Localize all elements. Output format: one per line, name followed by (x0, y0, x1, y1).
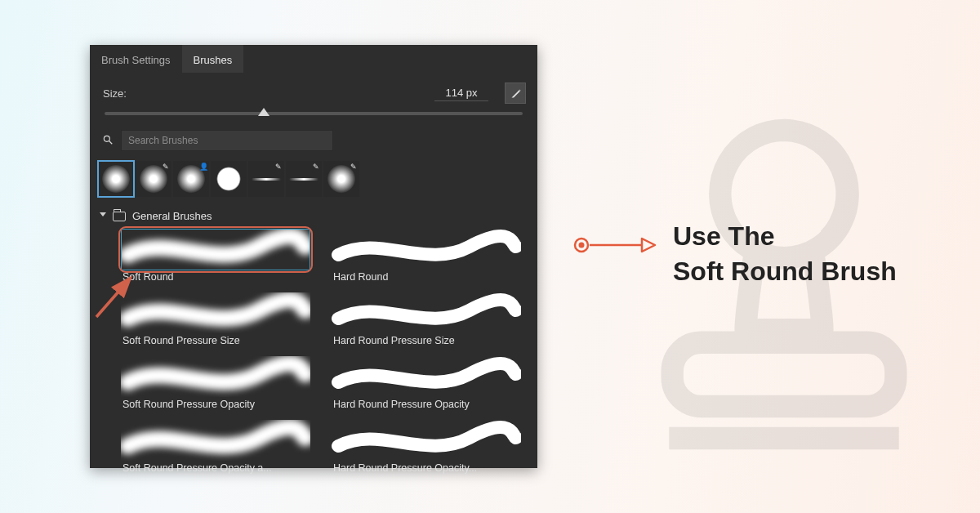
brush-label: Soft Round Pressure Opacity (121, 397, 310, 415)
search-row (90, 123, 537, 158)
search-icon[interactable] (101, 134, 114, 148)
size-row: Size: 114 px (90, 73, 537, 107)
brush-stroke-preview (332, 356, 521, 397)
brush-item[interactable]: Soft Round Pressure Size (121, 292, 310, 351)
pencil-badge-icon: ✎ (274, 162, 283, 172)
soft-round-pencil-thumb[interactable]: ✎ (136, 161, 172, 197)
tab-brushes[interactable]: Brushes (182, 45, 244, 73)
brush-item[interactable]: Soft Round Pressure Opacity (121, 356, 310, 415)
svg-point-2 (104, 136, 109, 141)
brush-item[interactable]: Hard Round (332, 229, 521, 288)
instruction-line-2: Soft Round Brush (673, 254, 897, 289)
brush-stroke-preview (121, 420, 310, 461)
soft-shape-icon (102, 165, 130, 193)
size-slider[interactable] (90, 112, 537, 123)
brushes-panel: Brush Settings Brushes Size: 114 px ✎👤✎✎… (90, 45, 537, 468)
brush-grid: Soft Round Hard Round Soft Round Pressur… (90, 229, 537, 479)
brush-label: Soft Round (121, 270, 310, 288)
brush-item[interactable]: Hard Round Pressure Opacity... (332, 420, 521, 479)
line-shape-icon (252, 178, 281, 181)
brush-stroke-preview (121, 356, 310, 397)
chevron-down-icon (98, 212, 106, 221)
svg-point-6 (579, 243, 585, 248)
folder-general-brushes[interactable]: General Brushes (90, 205, 537, 229)
hard-shape-icon (216, 167, 241, 191)
pencil-badge-icon: ✎ (349, 162, 359, 172)
brush-stroke-preview (332, 292, 521, 333)
brush-stroke-preview (332, 229, 521, 270)
tab-brush-settings[interactable]: Brush Settings (90, 45, 182, 73)
brush-label: Hard Round Pressure Opacity (332, 397, 521, 415)
brush-label: Soft Round Pressure Size (121, 333, 310, 351)
brush-label: Hard Round Pressure Size (332, 333, 521, 351)
recent-brushes-row: ✎👤✎✎✎ (90, 158, 537, 205)
thin-line-thumb[interactable]: ✎ (248, 161, 284, 197)
line-shape-icon (289, 178, 318, 181)
instruction-arrow-icon (572, 235, 658, 255)
soft-round-large-thumb[interactable]: 👤 (173, 161, 209, 197)
user-badge-icon: 👤 (198, 162, 208, 172)
thin-line-thumb-2[interactable]: ✎ (286, 161, 322, 197)
folder-icon (113, 212, 126, 221)
svg-rect-0 (672, 342, 896, 406)
hard-round-thumb[interactable] (211, 161, 247, 197)
brush-stroke-preview (121, 229, 310, 270)
size-label: Size: (103, 87, 144, 100)
brush-item[interactable]: Soft Round Pressure Opacity a... (121, 420, 310, 479)
brush-stroke-preview (121, 292, 310, 333)
pencil-badge-icon: ✎ (311, 162, 321, 172)
brush-item[interactable]: Hard Round Pressure Size (332, 292, 521, 351)
folder-label: General Brushes (132, 210, 212, 222)
brush-label: Hard Round (332, 270, 521, 288)
soft-round-thumb[interactable] (98, 161, 134, 197)
brush-stroke-preview (332, 420, 521, 461)
size-value-input[interactable]: 114 px (434, 85, 488, 101)
soft-round-big-thumb[interactable]: ✎ (323, 161, 359, 197)
flip-brush-button[interactable] (505, 83, 526, 104)
pencil-badge-icon: ✎ (161, 162, 171, 172)
size-slider-track (105, 112, 523, 115)
search-input[interactable] (121, 130, 333, 151)
instruction-text: Use The Soft Round Brush (673, 219, 897, 289)
panel-tabbar: Brush Settings Brushes (90, 45, 537, 73)
instruction-line-1: Use The (673, 219, 897, 254)
brush-label: Soft Round Pressure Opacity a... (121, 461, 310, 479)
brush-label: Hard Round Pressure Opacity... (332, 461, 521, 479)
svg-line-3 (109, 141, 113, 144)
brush-item[interactable]: Hard Round Pressure Opacity (332, 356, 521, 415)
size-slider-thumb[interactable] (258, 108, 270, 116)
brush-item[interactable]: Soft Round (121, 229, 310, 288)
flip-icon (510, 87, 522, 100)
